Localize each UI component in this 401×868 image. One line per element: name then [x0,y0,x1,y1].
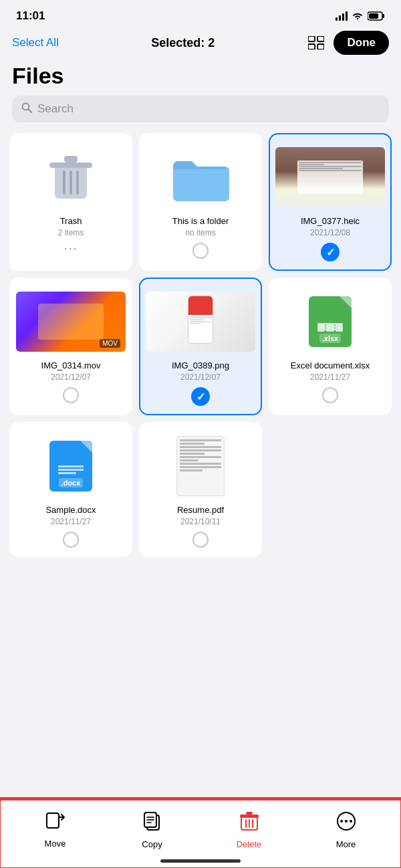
battery-icon [368,11,385,21]
svg-rect-27 [246,812,253,815]
search-placeholder: Search [37,102,74,116]
img0389-thumbnail [146,288,255,355]
file-date-resume: 2021/10/11 [180,517,221,526]
select-all-button[interactable]: Select All [12,36,59,49]
signal-icon [336,11,348,21]
search-bar[interactable]: Search [12,96,389,122]
nav-right: Done [307,31,389,55]
img0314-thumbnail: MOV [16,288,126,355]
copy-button[interactable]: Copy [104,811,200,849]
svg-point-34 [350,820,352,823]
svg-line-12 [29,110,32,113]
file-card-folder[interactable]: This is a folder no items [139,133,262,271]
trash-menu-dots[interactable]: ··· [63,241,78,255]
more-icon [336,811,356,836]
svg-point-32 [340,820,343,823]
search-icon [21,102,32,116]
file-name-sample: Sample.docx [45,505,96,515]
svg-point-33 [345,820,348,823]
nav-bar: Select All Selected: 2 Done [0,27,401,60]
excel-select-circle[interactable] [322,387,338,403]
svg-rect-9 [308,44,315,49]
copy-label: Copy [142,839,162,849]
file-name-trash: Trash [60,216,82,226]
more-label: More [336,839,356,849]
status-time: 11:01 [16,9,45,23]
file-name-resume: Resume.pdf [177,505,224,515]
svg-rect-19 [47,813,59,828]
svg-rect-2 [342,13,344,21]
svg-rect-8 [317,36,324,41]
img0377-thumbnail [275,144,385,211]
file-card-img0377[interactable]: IMG_0377.heic 2021/12/08 [269,133,392,271]
file-date-img0377: 2021/12/08 [310,228,350,237]
move-icon [45,812,65,835]
status-icons [336,11,385,21]
status-bar: 11:01 [0,0,401,27]
svg-rect-6 [369,13,378,19]
file-date-img0314: 2021/12/07 [51,372,91,382]
resume-thumbnail [146,433,255,500]
resume-select-circle[interactable] [192,532,209,548]
delete-icon [240,811,259,836]
file-date-sample: 2021/11/27 [51,517,91,526]
file-card-resume[interactable]: Resume.pdf 2021/10/11 [139,422,262,557]
done-button[interactable]: Done [333,31,389,55]
file-card-img0314[interactable]: MOV IMG_0314.mov 2021/12/07 [9,278,132,415]
svg-rect-3 [346,11,348,21]
sample-select-circle[interactable] [63,532,79,548]
file-card-sample[interactable]: .docx Sample.docx 2021/11/27 [9,422,132,557]
copy-icon [143,811,162,836]
img0314-select-circle[interactable] [63,387,79,403]
grid-view-icon[interactable] [307,33,325,52]
svg-rect-7 [308,36,315,41]
file-meta-folder: no items [185,228,215,237]
svg-rect-10 [317,44,324,49]
file-name-folder: This is a folder [172,216,229,226]
file-name-excel: Excel document.xlsx [291,360,370,370]
delete-button[interactable]: Delete [200,811,297,849]
file-card-trash[interactable]: Trash 2 items ··· [9,133,132,271]
folder-select-circle[interactable] [192,243,209,259]
folder-thumbnail [146,144,255,211]
file-name-img0389: IMG_0389.png [172,360,229,370]
move-button[interactable]: Move [7,812,104,849]
img0377-select-check[interactable] [321,243,340,261]
svg-rect-14 [49,162,92,168]
svg-rect-1 [339,15,341,21]
home-indicator [160,859,241,863]
file-meta-trash: 2 items [58,228,84,237]
more-button[interactable]: More [297,811,394,849]
svg-rect-15 [64,156,78,162]
excel-thumbnail: .xlsx [275,288,385,355]
bottom-toolbar: Move Copy Delete [0,798,401,868]
file-card-excel[interactable]: .xlsx Excel document.xlsx 2021/11/27 [269,278,392,415]
img0389-select-check[interactable] [191,387,210,406]
file-grid: Trash 2 items ··· This is a folder no it… [0,133,401,557]
svg-rect-5 [383,14,385,18]
file-date-img0389: 2021/12/07 [180,372,221,382]
move-label: Move [45,839,66,849]
page-title: Files [0,60,401,96]
svg-rect-0 [336,17,338,21]
file-date-excel: 2021/11/27 [310,372,350,382]
trash-thumbnail [16,144,126,211]
svg-rect-26 [240,815,259,818]
file-card-img0389[interactable]: IMG_0389.png 2021/12/07 [139,278,262,415]
wifi-icon [352,11,364,21]
file-name-img0314: IMG_0314.mov [41,360,101,370]
delete-label: Delete [237,839,262,849]
sample-thumbnail: .docx [16,433,126,500]
selected-count: Selected: 2 [151,36,215,50]
file-name-img0377: IMG_0377.heic [301,216,360,226]
